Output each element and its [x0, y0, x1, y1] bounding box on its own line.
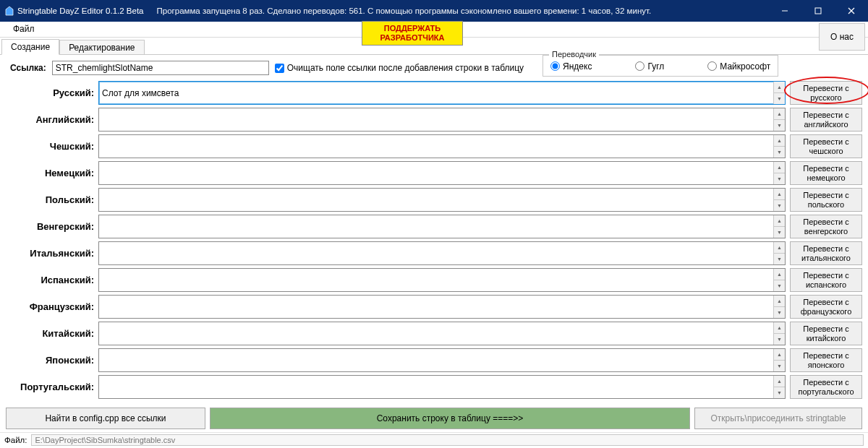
status-file-label: Файл: — [4, 436, 27, 444]
lang-label: Чешский: — [6, 134, 98, 158]
lang-input[interactable] — [99, 162, 773, 184]
lang-label: Португальский: — [6, 375, 98, 399]
lang-row: Польский:▲▼Перевести с польского — [6, 188, 862, 212]
lang-input[interactable] — [99, 135, 773, 158]
lang-row: Английский:▲▼Перевести с английского — [6, 108, 862, 132]
svg-rect-1 — [815, 8, 821, 14]
translator-group: Переводчик Яндекс Гугл Майкрософт — [542, 55, 778, 77]
lang-row: Португальский:▲▼Перевести с португальско… — [6, 375, 862, 399]
statusbar: Файл: E:\DayProject\SibSumka\stringtable… — [0, 432, 868, 447]
lang-input[interactable] — [99, 296, 773, 318]
translator-microsoft[interactable]: Майкрософт — [707, 61, 770, 72]
lang-label: Японский: — [6, 348, 98, 372]
lang-input[interactable] — [99, 349, 773, 371]
tab-strip: Создание Редактирование — [0, 38, 868, 54]
lang-label: Китайский: — [6, 322, 98, 345]
translate-button[interactable]: Перевести с японского — [790, 348, 862, 372]
spinner[interactable]: ▲▼ — [773, 269, 785, 291]
lang-input-wrap: ▲▼ — [98, 295, 786, 319]
translate-button[interactable]: Перевести с немецкого — [790, 161, 862, 185]
translate-button[interactable]: Перевести с чешского — [790, 134, 862, 158]
lang-input-wrap: ▲▼ — [98, 134, 786, 158]
lang-input[interactable] — [99, 242, 773, 264]
translate-button[interactable]: Перевести с венгерского — [790, 215, 862, 238]
find-links-button[interactable]: Найти в config.cpp все ссылки — [6, 408, 205, 429]
translate-button[interactable]: Перевести с английского — [790, 108, 862, 132]
translate-button[interactable]: Перевести с русского — [790, 81, 862, 105]
clear-link-checkbox-label: Очищать поле ссылки после добавления стр… — [287, 63, 524, 73]
open-stringtable-button[interactable]: Открыть\присоединить stringtable — [694, 408, 862, 429]
close-button[interactable] — [835, 0, 868, 22]
minimize-button[interactable] — [768, 0, 801, 22]
spinner[interactable]: ▲▼ — [773, 189, 785, 211]
spinner[interactable]: ▲▼ — [773, 242, 785, 264]
lang-label: Венгерский: — [6, 215, 98, 238]
lang-input[interactable] — [99, 108, 773, 131]
translate-button[interactable]: Перевести с французского — [790, 295, 862, 319]
translate-button[interactable]: Перевести с польского — [790, 188, 862, 212]
translate-button[interactable]: Перевести с итальянского — [790, 241, 862, 265]
clear-link-checkbox[interactable]: Очищать поле ссылки после добавления стр… — [275, 63, 524, 73]
lang-input-wrap: ▲▼ — [98, 215, 786, 238]
lang-row: Немецкий:▲▼Перевести с немецкого — [6, 161, 862, 185]
spinner[interactable]: ▲▼ — [773, 162, 785, 184]
lang-label: Испанский: — [6, 268, 98, 292]
spinner[interactable]: ▲▼ — [773, 376, 785, 398]
titlebar: Stringtable DayZ Editor 0.1.2 Beta Прогр… — [0, 0, 868, 22]
tab-edit[interactable]: Редактирование — [59, 40, 144, 55]
lang-input[interactable] — [99, 376, 773, 398]
lang-input-wrap: ▲▼ — [98, 348, 786, 372]
lang-label: Французский: — [6, 295, 98, 319]
tab-create[interactable]: Создание — [1, 39, 59, 55]
language-area: Русский:▲▼Перевести с русскогоАнглийский… — [0, 79, 868, 405]
lang-input-wrap: ▲▼ — [98, 268, 786, 292]
lang-label: Русский: — [6, 81, 98, 105]
status-file-path: E:\DayProject\SibSumka\stringtable.csv — [31, 434, 864, 446]
lang-input-wrap: ▲▼ — [98, 375, 786, 399]
translate-button[interactable]: Перевести с португальского — [790, 375, 862, 399]
lang-input-wrap: ▲▼ — [98, 81, 786, 105]
lang-row: Итальянский:▲▼Перевести с итальянского — [6, 241, 862, 265]
translator-google[interactable]: Гугл — [635, 61, 664, 72]
translate-button[interactable]: Перевести с испанского — [790, 268, 862, 292]
spinner[interactable]: ▲▼ — [773, 108, 785, 131]
lang-input-wrap: ▲▼ — [98, 241, 786, 265]
translate-button[interactable]: Перевести с китайского — [790, 322, 862, 345]
bottom-buttons: Найти в config.cpp все ссылки Сохранить … — [0, 405, 868, 432]
lang-row: Русский:▲▼Перевести с русского — [6, 81, 862, 105]
clear-link-checkbox-input[interactable] — [275, 64, 284, 73]
save-row-button[interactable]: Сохранить строку в таблицу ====>> — [210, 408, 690, 429]
lang-label: Польский: — [6, 188, 98, 212]
link-row: Ссылка: Очищать поле ссылки после добавл… — [0, 55, 868, 79]
menu-file[interactable]: Файл — [6, 22, 42, 37]
app-icon — [4, 6, 14, 16]
app-title: Stringtable DayZ Editor 0.1.2 Beta — [17, 7, 144, 15]
lang-label: Английский: — [6, 108, 98, 132]
lang-input[interactable] — [99, 215, 773, 238]
maximize-button[interactable] — [801, 0, 835, 22]
lang-row: Французский:▲▼Перевести с французского — [6, 295, 862, 319]
lang-row: Чешский:▲▼Перевести с чешского — [6, 134, 862, 158]
tab-body: Ссылка: Очищать поле ссылки после добавл… — [0, 54, 868, 432]
spinner[interactable]: ▲▼ — [773, 135, 785, 158]
lang-input-wrap: ▲▼ — [98, 188, 786, 212]
lang-input[interactable] — [99, 269, 773, 291]
lang-input[interactable] — [99, 82, 773, 104]
app-stats: Программа запущена 8 раз. Сделано перево… — [157, 7, 652, 15]
lang-row: Венгерский:▲▼Перевести с венгерского — [6, 215, 862, 238]
spinner[interactable]: ▲▼ — [773, 215, 785, 238]
lang-input-wrap: ▲▼ — [98, 108, 786, 132]
link-input[interactable] — [52, 61, 269, 75]
lang-input-wrap: ▲▼ — [98, 161, 786, 185]
translator-yandex[interactable]: Яндекс — [550, 61, 592, 72]
translator-legend: Переводчик — [549, 50, 599, 59]
spinner[interactable]: ▲▼ — [773, 349, 785, 371]
link-label: Ссылка: — [10, 63, 46, 73]
lang-input[interactable] — [99, 189, 773, 211]
spinner[interactable]: ▲▼ — [773, 82, 785, 104]
lang-input[interactable] — [99, 322, 773, 345]
lang-row: Китайский:▲▼Перевести с китайского — [6, 322, 862, 345]
lang-label: Немецкий: — [6, 161, 98, 185]
spinner[interactable]: ▲▼ — [773, 296, 785, 318]
spinner[interactable]: ▲▼ — [773, 322, 785, 345]
